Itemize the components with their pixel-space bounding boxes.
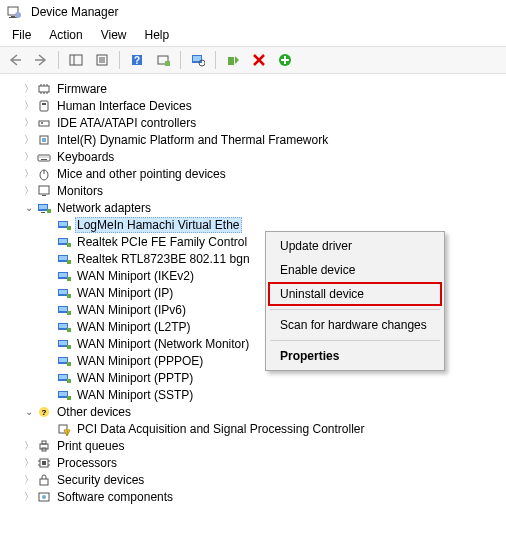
context-scan-hardware[interactable]: Scan for hardware changes — [268, 313, 442, 337]
svg-rect-31 — [42, 138, 46, 142]
security-icon — [36, 472, 52, 488]
category-printqueues[interactable]: 〉 Print queues — [2, 437, 506, 454]
category-monitors[interactable]: 〉 Monitors — [2, 182, 506, 199]
menu-separator — [270, 309, 440, 310]
toolbar: ? — [0, 46, 506, 74]
firmware-icon — [36, 81, 52, 97]
category-software[interactable]: 〉 Software components — [2, 488, 506, 505]
svg-rect-42 — [42, 195, 46, 196]
menu-file[interactable]: File — [4, 26, 39, 44]
svg-rect-41 — [39, 186, 49, 194]
context-properties[interactable]: Properties — [268, 344, 442, 368]
svg-text:?: ? — [42, 408, 47, 417]
printer-icon — [36, 438, 52, 454]
adapter-icon — [56, 370, 72, 386]
menu-view[interactable]: View — [93, 26, 135, 44]
adapter-icon — [56, 353, 72, 369]
titlebar: Device Manager — [0, 0, 506, 24]
action-button[interactable] — [152, 49, 174, 71]
update-button[interactable] — [274, 49, 296, 71]
label: LogMeIn Hamachi Virtual Ethe — [75, 217, 242, 233]
device-wan-sstp[interactable]: · WAN Miniport (SSTP) — [2, 386, 506, 403]
svg-rect-17 — [228, 57, 234, 65]
category-security[interactable]: 〉 Security devices — [2, 471, 506, 488]
category-ide[interactable]: 〉 IDE ATA/ATAPI controllers — [2, 114, 506, 131]
label: Mice and other pointing devices — [55, 167, 228, 181]
svg-point-34 — [42, 156, 43, 157]
expand-icon[interactable]: 〉 — [22, 133, 36, 147]
adapter-icon — [56, 234, 72, 250]
show-hide-button[interactable] — [65, 49, 87, 71]
category-mice[interactable]: 〉 Mice and other pointing devices — [2, 165, 506, 182]
expand-icon[interactable]: 〉 — [22, 456, 36, 470]
label: Monitors — [55, 184, 105, 198]
label: WAN Miniport (SSTP) — [75, 388, 195, 402]
software-icon — [36, 489, 52, 505]
expand-icon[interactable]: 〉 — [22, 167, 36, 181]
other-icon: ? — [36, 404, 52, 420]
svg-point-36 — [46, 156, 47, 157]
context-enable-device[interactable]: Enable device — [268, 258, 442, 282]
device-pci-daq[interactable]: · ! PCI Data Acquisition and Signal Proc… — [2, 420, 506, 437]
svg-rect-13 — [165, 61, 170, 66]
hid-icon — [36, 98, 52, 114]
disable-button[interactable] — [248, 49, 270, 71]
label: Intel(R) Dynamic Platform and Thermal Fr… — [55, 133, 330, 147]
label: Processors — [55, 456, 119, 470]
expand-icon[interactable]: 〉 — [22, 150, 36, 164]
svg-rect-61 — [67, 294, 71, 298]
chip-icon — [36, 132, 52, 148]
label: Software components — [55, 490, 175, 504]
category-processors[interactable]: 〉 Processors — [2, 454, 506, 471]
expand-icon[interactable]: 〉 — [22, 184, 36, 198]
network-icon — [36, 200, 52, 216]
svg-rect-4 — [70, 55, 82, 65]
expand-icon[interactable]: 〉 — [22, 439, 36, 453]
menu-action[interactable]: Action — [41, 26, 90, 44]
expand-icon[interactable]: 〉 — [22, 82, 36, 96]
properties-button[interactable] — [91, 49, 113, 71]
svg-rect-63 — [59, 307, 67, 311]
svg-rect-26 — [40, 101, 48, 111]
collapse-icon[interactable]: ⌄ — [22, 202, 36, 213]
category-intel[interactable]: 〉 Intel(R) Dynamic Platform and Thermal … — [2, 131, 506, 148]
collapse-icon[interactable]: ⌄ — [22, 406, 36, 417]
keyboard-icon — [36, 149, 52, 165]
expand-icon[interactable]: 〉 — [22, 473, 36, 487]
help-button[interactable]: ? — [126, 49, 148, 71]
menubar: File Action View Help — [0, 24, 506, 46]
adapter-icon — [56, 336, 72, 352]
label: WAN Miniport (PPPOE) — [75, 354, 205, 368]
svg-rect-57 — [59, 273, 67, 277]
back-button[interactable] — [4, 49, 26, 71]
menu-help[interactable]: Help — [137, 26, 178, 44]
expand-icon[interactable]: 〉 — [22, 490, 36, 504]
category-network[interactable]: ⌄ Network adapters — [2, 199, 506, 216]
context-uninstall-device[interactable]: Uninstall device — [268, 282, 442, 306]
scan-button[interactable] — [187, 49, 209, 71]
svg-rect-38 — [41, 159, 47, 160]
category-keyboards[interactable]: 〉 Keyboards — [2, 148, 506, 165]
label: WAN Miniport (IKEv2) — [75, 269, 196, 283]
label: PCI Data Acquisition and Signal Processi… — [75, 422, 366, 436]
forward-button[interactable] — [30, 49, 52, 71]
category-firmware[interactable]: 〉 Firmware — [2, 80, 506, 97]
svg-rect-72 — [59, 358, 67, 362]
label: WAN Miniport (L2TP) — [75, 320, 193, 334]
enable-button[interactable] — [222, 49, 244, 71]
category-hid[interactable]: 〉 Human Interface Devices — [2, 97, 506, 114]
label: Keyboards — [55, 150, 116, 164]
label: IDE ATA/ATAPI controllers — [55, 116, 198, 130]
expand-icon[interactable]: 〉 — [22, 116, 36, 130]
label: WAN Miniport (IP) — [75, 286, 175, 300]
adapter-icon — [56, 302, 72, 318]
device-wan-pptp[interactable]: · WAN Miniport (PPTP) — [2, 369, 506, 386]
svg-rect-75 — [59, 375, 67, 379]
label: Other devices — [55, 405, 133, 419]
context-update-driver[interactable]: Update driver — [268, 234, 442, 258]
svg-rect-28 — [39, 121, 49, 126]
adapter-icon — [56, 268, 72, 284]
expand-icon[interactable]: 〉 — [22, 99, 36, 113]
category-other[interactable]: ⌄ ? Other devices — [2, 403, 506, 420]
adapter-icon — [56, 217, 72, 233]
